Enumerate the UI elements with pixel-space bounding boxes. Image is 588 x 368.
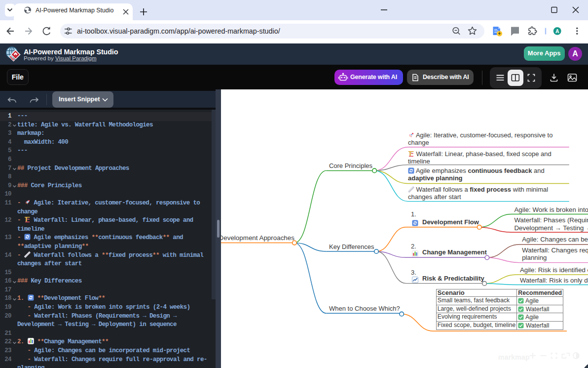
- svg-text:A: A: [555, 28, 559, 34]
